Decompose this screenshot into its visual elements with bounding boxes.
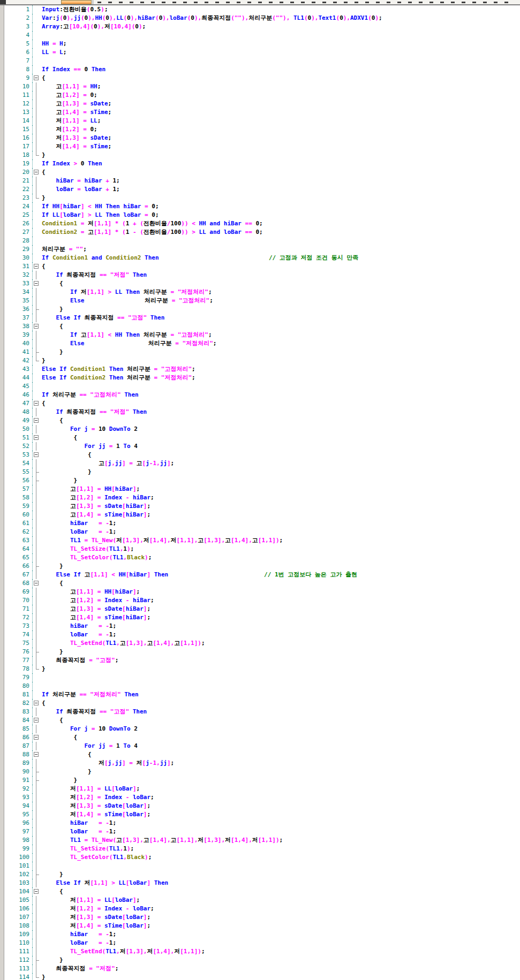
- fold-collapse-button[interactable]: [33, 262, 40, 271]
- code-line[interactable]: If 처리구분 == "고점처리" Then: [40, 391, 139, 399]
- code-line[interactable]: {: [40, 750, 92, 759]
- code-line[interactable]: Else If 고[1,1] < HH[hiBar] Then // 1번 고점…: [40, 571, 357, 579]
- code-line[interactable]: If 최종꼭지점 == "저점" Then: [40, 271, 147, 279]
- code-line[interactable]: TL_SetEnd(TL1,저[1,3],저[1,4],저[1,1]);: [40, 947, 205, 956]
- code-line[interactable]: Else If Condition2 Then 처리구분 = "저점처리";: [40, 374, 195, 382]
- code-line[interactable]: }: [40, 476, 77, 485]
- code-line[interactable]: hiBar = -1;: [40, 930, 116, 939]
- code-line[interactable]: For j = 10 DownTo 2: [40, 425, 138, 434]
- code-line[interactable]: loBar = -1;: [40, 939, 116, 947]
- code-line[interactable]: {: [40, 716, 63, 725]
- code-line[interactable]: 저[1,2] = Index - loBar;: [40, 793, 154, 802]
- code-line[interactable]: {: [40, 416, 63, 425]
- code-line[interactable]: loBar = -1;: [40, 630, 116, 639]
- code-line[interactable]: {: [40, 74, 46, 82]
- code-line[interactable]: TL_SetSize(TL1,1);: [40, 545, 134, 553]
- code-line[interactable]: }: [40, 648, 63, 656]
- code-line[interactable]: If LL[loBar] > LL Then loBar = 0;: [40, 211, 159, 219]
- code-line[interactable]: }: [40, 956, 63, 964]
- code-line[interactable]: Condition1 = 저[1,1] * (1 + (전환비율/100)) <…: [40, 219, 263, 228]
- code-line[interactable]: 저[1,3] = sDate;: [40, 134, 111, 142]
- code-line[interactable]: }: [40, 665, 46, 673]
- code-line[interactable]: }: [40, 562, 63, 571]
- code-line[interactable]: }: [40, 348, 63, 356]
- code-line[interactable]: loBar = -1;: [40, 827, 116, 836]
- fold-collapse-button[interactable]: [33, 451, 40, 459]
- code-line[interactable]: hiBar = -1;: [40, 622, 116, 630]
- code-line[interactable]: {: [40, 579, 63, 588]
- code-line[interactable]: Condition2 = 고[1,1] * (1 - (전환비율/100)) >…: [40, 228, 263, 237]
- code-line[interactable]: 고[1,2] = 0;: [40, 91, 97, 100]
- code-line[interactable]: 고[1,3] = sDate[hiBar];: [40, 605, 150, 613]
- fold-collapse-button[interactable]: [33, 434, 40, 442]
- code-line[interactable]: 저[1,1] = LL;: [40, 117, 101, 125]
- code-line[interactable]: If 처리구분 == "저점처리" Then: [40, 690, 139, 699]
- code-line[interactable]: 고[1,4] = sTime;: [40, 108, 111, 117]
- code-line[interactable]: 고[j,jj] = 고[j-1,jj];: [40, 459, 174, 468]
- code-line[interactable]: 고[1,1] = HH[hiBar];: [40, 485, 140, 493]
- code-line[interactable]: If Index == 0 Then: [40, 65, 105, 74]
- code-line[interactable]: If 저[1,1] > LL Then 처리구분 = "저점처리";: [40, 288, 212, 297]
- code-line[interactable]: Array:고[10,4](0),저[10,4](0);: [40, 22, 146, 31]
- code-line[interactable]: Else If 저[1,1] > LL[loBar] Then: [40, 879, 168, 887]
- fold-collapse-button[interactable]: [33, 750, 40, 759]
- code-line[interactable]: TL1 = TL_New(고[1,3],고[1,4],고[1,1],저[1,3]…: [40, 836, 283, 845]
- code-line[interactable]: {: [40, 262, 46, 271]
- code-line[interactable]: loBar = -1;: [40, 528, 116, 536]
- code-line[interactable]: 고[1,4] = sTime[hiBar];: [40, 511, 150, 519]
- code-line[interactable]: HH = H;: [40, 40, 66, 48]
- fold-collapse-button[interactable]: [33, 579, 40, 588]
- fold-collapse-button[interactable]: [33, 887, 40, 896]
- code-line[interactable]: 고[1,2] = Index - hiBar;: [40, 596, 154, 605]
- fold-collapse-button[interactable]: [33, 716, 40, 725]
- code-line[interactable]: 저[1,4] = sTime;: [40, 142, 111, 151]
- fold-collapse-button[interactable]: [33, 74, 40, 82]
- code-line[interactable]: 고[1,3] = sDate;: [40, 100, 111, 108]
- code-line[interactable]: 최종꼭지점 = "저점";: [40, 964, 118, 973]
- code-line[interactable]: 저[1,3] = sDate[loBar];: [40, 802, 150, 810]
- code-line[interactable]: TL_SetEnd(TL1,고[1,3],고[1,4],고[1,1]);: [40, 639, 205, 648]
- code-line[interactable]: 저[1,4] = sTime[loBar];: [40, 810, 150, 819]
- fold-collapse-button[interactable]: [33, 699, 40, 708]
- code-line[interactable]: {: [40, 887, 63, 896]
- code-line[interactable]: hiBar = -1;: [40, 519, 116, 528]
- code-line[interactable]: If 최종꼭지점 == "고점" Then: [40, 708, 147, 716]
- code-line[interactable]: 고[1,1] = HH;: [40, 82, 101, 91]
- code-line[interactable]: For jj = 1 To 4: [40, 742, 138, 750]
- code-line[interactable]: 최종꼭지점 = "고점";: [40, 656, 118, 665]
- code-line[interactable]: Else If Condition1 Then 처리구분 = "고점처리";: [40, 365, 195, 374]
- code-line[interactable]: [40, 682, 42, 690]
- code-line[interactable]: 고[1,3] = sDate[hiBar];: [40, 502, 150, 511]
- fold-collapse-button[interactable]: [33, 733, 40, 742]
- code-line[interactable]: {: [40, 699, 46, 708]
- code-line[interactable]: Input:전환비율(0.5);: [40, 5, 108, 14]
- code-line[interactable]: 저[1,1] = LL[loBar];: [40, 896, 140, 905]
- code-line[interactable]: 처리구분 = "";: [40, 245, 87, 254]
- code-line[interactable]: TL_SetColor(TL1,Black);: [40, 553, 152, 562]
- code-line[interactable]: For jj = 1 To 4: [40, 442, 138, 451]
- code-line[interactable]: }: [40, 870, 63, 879]
- code-line[interactable]: For j = 10 DownTo 2: [40, 725, 138, 733]
- code-line[interactable]: }: [40, 468, 92, 476]
- code-line[interactable]: TL_SetSize(TL1,1);: [40, 845, 134, 853]
- code-line[interactable]: }: [40, 973, 46, 980]
- code-line[interactable]: [40, 31, 42, 40]
- code-line[interactable]: 고[1,4] = sTime[hiBar];: [40, 613, 150, 622]
- code-line[interactable]: [40, 673, 42, 682]
- code-line[interactable]: TL1 = TL_New(저[1,3],저[1,4],저[1,1],고[1,3]…: [40, 536, 283, 545]
- code-line[interactable]: 저[1,2] = Index - loBar;: [40, 905, 154, 913]
- code-line[interactable]: [40, 57, 42, 65]
- code-line[interactable]: Else If 최종꼭지점 == "고점" Then: [40, 314, 164, 322]
- code-line[interactable]: 고[1,1] = HH[hiBar];: [40, 588, 140, 596]
- code-line[interactable]: {: [40, 399, 46, 408]
- code-line[interactable]: }: [40, 776, 77, 785]
- fold-collapse-button[interactable]: [33, 399, 40, 408]
- code-line[interactable]: {: [40, 434, 77, 442]
- active-toolbar-button[interactable]: [61, 0, 92, 4]
- code-line[interactable]: If 고[1,1] < HH Then 처리구분 = "고점처리";: [40, 331, 212, 339]
- code-line[interactable]: }: [40, 305, 63, 314]
- code-line[interactable]: 저[j,jj] = 저[j-1,jj];: [40, 759, 174, 768]
- fold-collapse-button[interactable]: [33, 322, 40, 331]
- code-line[interactable]: 고[1,2] = Index - hiBar;: [40, 493, 154, 502]
- code-line[interactable]: 저[1,2] = 0;: [40, 125, 97, 134]
